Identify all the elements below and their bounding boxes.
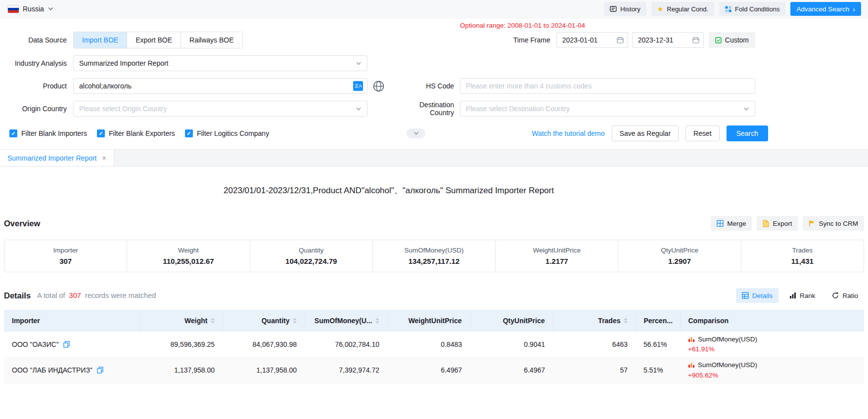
ratio-refresh-icon bbox=[832, 292, 839, 299]
topbar-actions: History ★ Regular Cond. Fold Conditions … bbox=[604, 2, 861, 16]
result-tabstrip: Summarized Importer Report × bbox=[0, 149, 868, 167]
search-button[interactable]: Search bbox=[727, 126, 768, 141]
hs-code-field[interactable] bbox=[460, 78, 755, 94]
col-weight[interactable]: Weight bbox=[140, 310, 223, 332]
weight-unit-price-cell: 6.4967 bbox=[387, 357, 470, 383]
merge-button[interactable]: Merge bbox=[711, 216, 752, 231]
date-to-input[interactable] bbox=[633, 36, 692, 44]
copy-icon[interactable] bbox=[63, 341, 70, 348]
filter-logistics-company-checkbox[interactable]: ✓ Filter Logitics Company bbox=[185, 129, 269, 137]
filter-blank-exporters-label: Filter Blank Exporters bbox=[109, 129, 175, 137]
quantity-cell: 84,067,930.98 bbox=[223, 332, 305, 357]
stat-label: Trades bbox=[792, 247, 813, 254]
sync-to-crm-button[interactable]: Sync to CRM bbox=[803, 216, 864, 231]
export-button[interactable]: Export bbox=[757, 216, 798, 231]
col-sum-of-money[interactable]: SumOfMoney(U... bbox=[305, 310, 387, 332]
date-to-field[interactable] bbox=[632, 32, 704, 48]
view-details-label: Details bbox=[752, 292, 773, 299]
view-rank-button[interactable]: Rank bbox=[783, 288, 822, 303]
table-row: ООО "ОАЗИС" 89,596,369.25 84,067,930.98 … bbox=[4, 332, 864, 357]
industry-analysis-select[interactable]: Summarized Importer Report bbox=[73, 55, 367, 71]
col-weight-unit-price: WeightUnitPrice bbox=[387, 310, 470, 332]
tab-summarized-importer-report[interactable]: Summarized Importer Report × bbox=[0, 150, 114, 166]
details-title: Details bbox=[4, 291, 31, 300]
tutorial-link[interactable]: Watch the tutorial demo bbox=[532, 129, 604, 137]
view-details-button[interactable]: Details bbox=[736, 288, 778, 303]
advanced-search-button[interactable]: Advanced Search › bbox=[790, 2, 861, 16]
translate-icon[interactable]: 文A bbox=[353, 81, 363, 91]
topbar: Russia History ★ Regular Cond. Fold Cond… bbox=[0, 0, 868, 18]
importer-name[interactable]: ООО "ЛАБ ИНДАСТРИЗ" bbox=[12, 366, 92, 374]
russia-flag-icon bbox=[8, 5, 19, 13]
destination-country-select[interactable]: Please select Destination Country bbox=[460, 101, 755, 117]
hs-code-input[interactable] bbox=[460, 82, 755, 90]
regular-cond-button[interactable]: ★ Regular Cond. bbox=[651, 2, 714, 16]
col-quantity[interactable]: Quantity bbox=[223, 310, 305, 332]
custom-range-button[interactable]: Custom bbox=[709, 32, 755, 48]
view-ratio-label: Ratio bbox=[842, 292, 858, 299]
sort-icon[interactable] bbox=[624, 318, 628, 324]
checkbox-checked-icon[interactable]: ✓ bbox=[97, 129, 105, 137]
comparison-change: +905.62% bbox=[688, 371, 856, 380]
row-product-hscode: Product 文A HS Code bbox=[0, 78, 868, 94]
report-title: 2023/01/01-2023/12/31,Product AND"alcoho… bbox=[0, 185, 777, 196]
collapse-conditions-toggle[interactable] bbox=[407, 128, 425, 138]
overview-actions: Merge Export Sync to CRM bbox=[711, 216, 864, 231]
comparison-cell: SumOfMoney(USD) +905.62% bbox=[680, 357, 864, 383]
stat-weight-unit-price: WeightUnitPrice 1.2177 bbox=[496, 240, 618, 272]
destination-country-label: Destination Country bbox=[397, 101, 460, 117]
col-importer: Importer bbox=[4, 310, 140, 332]
filter-blank-exporters-checkbox[interactable]: ✓ Filter Blank Exporters bbox=[97, 129, 175, 137]
sync-to-crm-label: Sync to CRM bbox=[819, 220, 858, 227]
origin-country-select[interactable]: Please select Origin Country bbox=[73, 101, 367, 117]
reset-button[interactable]: Reset bbox=[685, 126, 720, 141]
table-row: ООО "ЛАБ ИНДАСТРИЗ" 1,137,958.00 1,137,9… bbox=[4, 357, 864, 383]
row-data-source: Data Source Import BOE Export BOE Railwa… bbox=[0, 32, 868, 48]
product-label: Product bbox=[0, 82, 73, 90]
sort-icon[interactable] bbox=[211, 318, 215, 324]
date-from-input[interactable] bbox=[557, 36, 617, 44]
stat-weight: Weight 110,255,012.67 bbox=[127, 240, 250, 272]
copy-icon[interactable] bbox=[97, 367, 103, 374]
fold-conditions-button[interactable]: Fold Conditions bbox=[719, 2, 785, 16]
sort-icon[interactable] bbox=[375, 318, 379, 324]
language-globe-icon[interactable] bbox=[372, 80, 385, 92]
checkbox-checked-icon[interactable]: ✓ bbox=[185, 129, 193, 137]
view-ratio-button[interactable]: Ratio bbox=[826, 288, 864, 303]
history-button[interactable]: History bbox=[604, 2, 646, 16]
col-trades[interactable]: Trades bbox=[553, 310, 636, 332]
merge-label: Merge bbox=[727, 220, 746, 227]
country-selector[interactable]: Russia bbox=[8, 5, 53, 13]
match-suffix: records were matched bbox=[85, 292, 156, 299]
sum-cell: 76,002,784.10 bbox=[305, 332, 387, 357]
trades-cell: 6463 bbox=[553, 332, 636, 357]
stat-label: SumOfMoney(USD) bbox=[404, 247, 463, 254]
star-icon: ★ bbox=[657, 5, 664, 12]
col-qty-unit-price: QtyUnitPrice bbox=[470, 310, 553, 332]
stat-quantity: Quantity 104,022,724.79 bbox=[250, 240, 373, 272]
stat-trades: Trades 11,431 bbox=[741, 240, 864, 272]
data-source-label: Data Source bbox=[0, 36, 73, 44]
qty-unit-price-cell: 0.9041 bbox=[470, 332, 553, 357]
tab-railways-boe[interactable]: Railways BOE bbox=[181, 32, 242, 48]
importer-name[interactable]: ООО "ОАЗИС" bbox=[12, 340, 59, 348]
stat-label: Weight bbox=[178, 247, 199, 254]
search-actions: Watch the tutorial demo Save as Regular … bbox=[532, 126, 768, 141]
filter-blank-importers-checkbox[interactable]: ✓ Filter Blank Importers bbox=[9, 129, 87, 137]
overview-title: Overview bbox=[4, 219, 40, 228]
stat-label: Importer bbox=[53, 247, 78, 254]
date-from-field[interactable] bbox=[556, 32, 628, 48]
match-summary: A total of 307 records were matched bbox=[37, 292, 156, 299]
checkbox-checked-icon[interactable]: ✓ bbox=[9, 129, 17, 137]
sort-icon[interactable] bbox=[293, 318, 297, 324]
comparison-metric: SumOfMoney(USD) bbox=[698, 335, 757, 344]
table-icon bbox=[742, 292, 749, 299]
hs-code-group: HS Code bbox=[397, 78, 755, 94]
export-label: Export bbox=[773, 220, 792, 227]
product-field[interactable]: 文A bbox=[73, 78, 367, 94]
product-input[interactable] bbox=[74, 82, 353, 90]
tab-import-boe[interactable]: Import BOE bbox=[74, 32, 127, 48]
close-icon[interactable]: × bbox=[102, 155, 106, 162]
tab-export-boe[interactable]: Export BOE bbox=[127, 32, 181, 48]
save-as-regular-button[interactable]: Save as Regular bbox=[612, 126, 679, 141]
